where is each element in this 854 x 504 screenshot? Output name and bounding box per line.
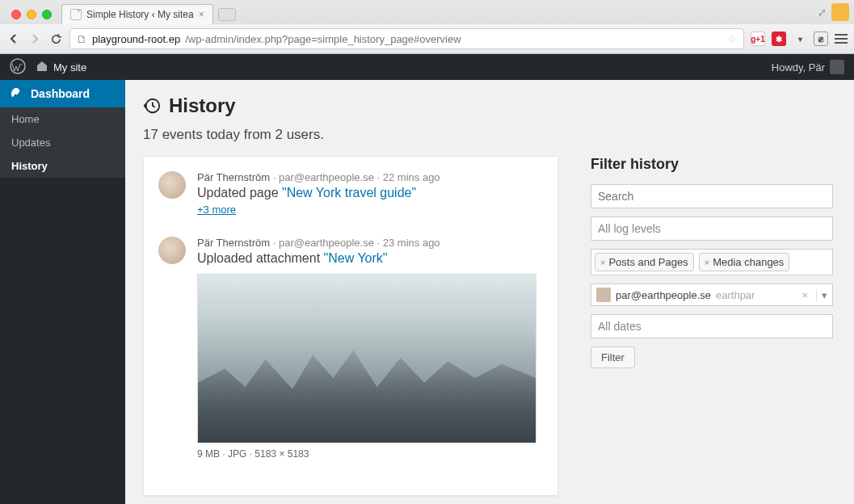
close-window-button[interactable] [11, 10, 21, 19]
events-summary: 17 events today from 2 users. [143, 127, 836, 143]
greeting-text: Howdy, Pär [772, 61, 825, 74]
sidebar-updates-label: Updates [11, 136, 50, 149]
sidebar-item-history[interactable]: History [0, 154, 125, 178]
clear-user-icon[interactable]: × [798, 289, 811, 301]
event-email: par@earthpeople.se [279, 171, 374, 183]
event-more-link[interactable]: +3 more [197, 204, 236, 216]
filter-heading: Filter history [591, 156, 833, 173]
event-author: Pär Thernström [197, 237, 270, 249]
main-content: History 17 events today from 2 users. Pä… [125, 80, 854, 504]
user-menu[interactable]: Howdy, Pär [772, 60, 844, 74]
event-item: Pär Thernström · par@earthpeople.se · 23… [158, 237, 543, 460]
browser-tab[interactable]: Simple History ‹ My sitea × [61, 4, 213, 24]
lastpass-extension-icon[interactable]: ✱ [772, 32, 786, 46]
filter-user-select[interactable]: par@earthpeople.se earthpar × ▾ [591, 284, 833, 306]
sidebar-home-label: Home [11, 113, 40, 125]
home-icon [36, 60, 48, 75]
attachment-file-meta: 9 MB · JPG · 5183 × 5183 [197, 448, 536, 460]
url-host: playground-root.ep [92, 33, 180, 45]
bookmark-star-icon[interactable]: ☆ [727, 33, 737, 45]
url-field[interactable]: 🗋 playground-root.ep/wp-admin/index.php?… [69, 28, 744, 49]
back-button[interactable] [6, 32, 21, 46]
extension-icons: g+1 ✱ ▾ ⎚ [751, 32, 848, 46]
filter-tag-label: Media changes [713, 256, 784, 268]
cat-extension-icon[interactable] [831, 3, 849, 21]
event-time: 22 mins ago [383, 171, 440, 183]
minimize-window-button[interactable] [27, 10, 36, 19]
window-controls [6, 10, 57, 24]
event-item: Pär Thernström · par@earthpeople.se · 22… [158, 171, 543, 216]
filter-loggers-select[interactable]: × Posts and Pages × Media changes [591, 249, 833, 275]
attachment-thumbnail[interactable] [197, 274, 536, 443]
cast-extension-icon[interactable]: ⎚ [814, 32, 828, 46]
history-clock-icon [143, 97, 161, 115]
forward-button[interactable] [27, 32, 42, 46]
event-time: 23 mins ago [383, 237, 440, 249]
events-feed: Pär Thernström · par@earthpeople.se · 22… [143, 156, 558, 496]
event-object-link[interactable]: "New York travel guide" [282, 186, 416, 200]
event-meta: Pär Thernström · par@earthpeople.se · 22… [197, 171, 440, 183]
reload-button[interactable] [48, 32, 63, 46]
google-plus-extension-icon[interactable]: g+1 [751, 32, 765, 46]
filter-tag[interactable]: × Media changes [699, 253, 790, 271]
close-tab-icon[interactable]: × [199, 9, 204, 20]
chrome-menu-icon[interactable] [835, 34, 848, 44]
fullscreen-icon[interactable]: ⤢ [818, 6, 827, 19]
filter-submit-button[interactable]: Filter [591, 346, 635, 368]
url-path: /wp-admin/index.php?page=simple_history_… [185, 33, 461, 45]
event-email: par@earthpeople.se [279, 237, 374, 249]
filter-panel: Filter history All log levels × Posts an… [591, 156, 833, 368]
event-meta: Pär Thernström · par@earthpeople.se · 23… [197, 237, 536, 249]
chevron-down-icon[interactable]: ▾ [816, 289, 827, 301]
wordpress-logo-icon[interactable] [10, 58, 26, 77]
dashboard-icon [10, 86, 24, 101]
sidebar-dashboard-label: Dashboard [31, 87, 90, 100]
tab-bar: Simple History ‹ My sitea × ⤢ [0, 0, 854, 24]
filter-user-search-text: earthpar [716, 289, 755, 301]
filter-dates-placeholder: All dates [598, 320, 642, 333]
user-avatar-icon [830, 60, 844, 74]
filter-user-email: par@earthpeople.se [616, 289, 711, 301]
filter-tag[interactable]: × Posts and Pages [595, 253, 694, 271]
event-avatar [158, 171, 186, 199]
filter-tag-label: Posts and Pages [608, 256, 688, 268]
filter-levels-placeholder: All log levels [598, 222, 661, 235]
filter-search-input[interactable] [591, 184, 833, 208]
sidebar-item-home[interactable]: Home [0, 107, 125, 131]
sidebar-history-label: History [11, 160, 48, 172]
event-description: Uploaded attachment "New York" [197, 251, 536, 266]
page-icon [70, 9, 82, 20]
browser-chrome: Simple History ‹ My sitea × ⤢ 🗋 playgrou… [0, 0, 854, 54]
filter-user-avatar-icon [596, 288, 611, 302]
sidebar-item-updates[interactable]: Updates [0, 131, 125, 154]
remove-tag-icon[interactable]: × [600, 258, 605, 267]
tab-title: Simple History ‹ My sitea [86, 9, 194, 20]
pocket-extension-icon[interactable]: ▾ [793, 32, 807, 46]
wp-admin-bar: My site Howdy, Pär [0, 54, 854, 80]
site-link[interactable]: My site [36, 60, 86, 75]
maximize-window-button[interactable] [42, 10, 52, 19]
site-name: My site [53, 61, 86, 74]
sidebar-item-dashboard[interactable]: Dashboard [0, 80, 125, 107]
new-tab-button[interactable] [218, 8, 236, 21]
filter-dates-select[interactable]: All dates [591, 314, 833, 338]
remove-tag-icon[interactable]: × [705, 258, 709, 267]
event-avatar [158, 237, 186, 264]
admin-sidebar: Dashboard Home Updates History [0, 80, 125, 504]
event-action-text: Uploaded attachment [197, 251, 324, 265]
event-description: Updated page "New York travel guide" [197, 186, 440, 200]
page-title: History [169, 94, 236, 117]
event-action-text: Updated page [197, 186, 282, 200]
filter-levels-select[interactable]: All log levels [591, 216, 833, 241]
event-author: Pär Thernström [197, 171, 270, 183]
page-header: History [143, 94, 836, 117]
address-bar: 🗋 playground-root.ep/wp-admin/index.php?… [0, 24, 854, 53]
event-object-link[interactable]: "New York" [324, 251, 388, 265]
page-info-icon[interactable]: 🗋 [77, 33, 87, 45]
